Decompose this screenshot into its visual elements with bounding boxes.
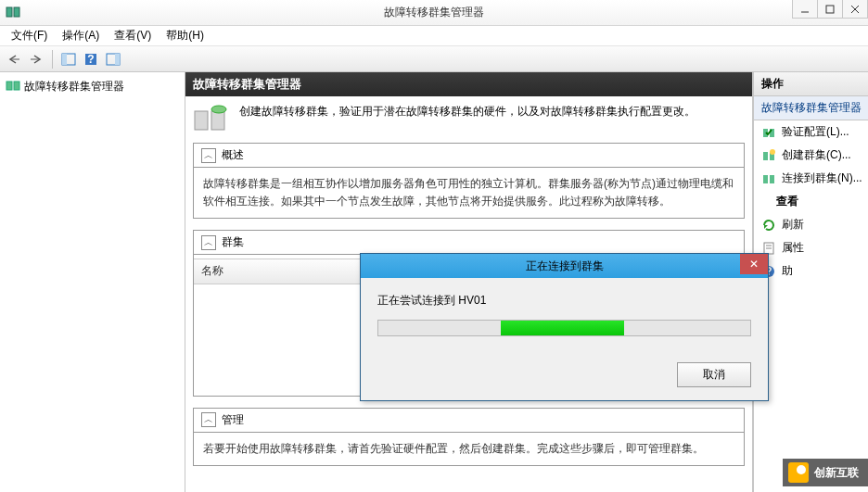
manage-text: 若要开始使用故障转移群集，请首先验证硬件配置，然后创建群集。完成这些步骤后，即可… [194, 433, 744, 465]
connect-cluster-icon [761, 171, 776, 186]
svg-rect-15 [14, 82, 19, 90]
manage-header[interactable]: ︿ 管理 [194, 409, 744, 433]
menu-file[interactable]: 文件(F) [4, 26, 55, 45]
action-create-cluster[interactable]: 创建群集(C)... [754, 144, 868, 167]
close-button[interactable] [842, 0, 868, 19]
show-hide-actions-button[interactable] [103, 49, 123, 69]
actions-pane: 操作 故障转移群集管理器 验证配置(L)... 创建群集(C)... 连接到群集… [752, 72, 868, 492]
create-cluster-icon [761, 148, 776, 163]
overview-group: ︿ 概述 故障转移群集是一组相互协作以增加服务器角色可用性的独立计算机。群集服务… [193, 143, 745, 219]
action-refresh[interactable]: 刷新 [754, 213, 868, 236]
action-validate-config[interactable]: 验证配置(L)... [754, 120, 868, 144]
svg-rect-21 [763, 152, 768, 160]
tree-root-node[interactable]: 故障转移群集管理器 [4, 76, 181, 97]
connecting-dialog: 正在连接到群集 ✕ 正在尝试连接到 HV01 取消 [360, 253, 769, 401]
refresh-icon [761, 218, 776, 233]
show-hide-tree-button[interactable] [58, 49, 79, 69]
dialog-title: 正在连接到群集 [526, 259, 604, 274]
tree-root-label: 故障转移群集管理器 [24, 79, 124, 95]
action-label: 连接到群集(N)... [782, 170, 862, 186]
action-label: 验证配置(L)... [782, 124, 849, 140]
validate-icon [761, 125, 776, 140]
progress-bar [377, 320, 751, 336]
action-label: 创建群集(C)... [782, 147, 851, 163]
svg-point-23 [770, 149, 775, 155]
svg-rect-17 [211, 111, 224, 130]
overview-text: 故障转移群集是一组相互协作以增加服务器角色可用性的独立计算机。群集服务器(称为节… [194, 168, 744, 218]
menu-help[interactable]: 帮助(H) [159, 26, 211, 45]
svg-rect-1 [14, 7, 19, 17]
cancel-button[interactable]: 取消 [677, 362, 751, 387]
maximize-button[interactable] [817, 0, 843, 19]
overview-title: 概述 [222, 147, 244, 163]
intro-row: 创建故障转移群集，验证用于潜在故障转移群集的硬件，以及对故障转移群集执行配置更改… [193, 104, 745, 133]
collapse-icon: ︿ [201, 412, 216, 427]
watermark-logo-icon [788, 462, 809, 483]
action-label: 刷新 [782, 217, 804, 233]
dialog-message: 正在尝试连接到 HV01 [377, 293, 751, 309]
svg-rect-13 [115, 54, 120, 65]
minimize-button[interactable] [792, 0, 818, 19]
window-title: 故障转移群集管理器 [384, 5, 484, 20]
toolbar: ? [0, 46, 868, 72]
dialog-title-bar[interactable]: 正在连接到群集 ✕ [361, 254, 768, 278]
toolbar-separator [52, 50, 53, 69]
svg-rect-0 [6, 7, 12, 17]
collapse-icon: ︿ [201, 148, 216, 163]
action-properties[interactable]: 属性 [754, 236, 868, 259]
action-connect-cluster[interactable]: 连接到群集(N)... [754, 167, 868, 190]
svg-rect-16 [195, 111, 208, 130]
app-icon [6, 5, 20, 19]
action-label: 属性 [782, 240, 804, 256]
collapse-icon: ︿ [201, 235, 216, 250]
center-header: 故障转移群集管理器 [185, 72, 752, 96]
title-bar: 故障转移群集管理器 [0, 0, 868, 26]
dialog-close-button[interactable]: ✕ [740, 254, 768, 274]
svg-rect-3 [826, 6, 834, 13]
watermark-text: 创新互联 [814, 465, 859, 481]
actions-subheader: 故障转移群集管理器 [754, 96, 868, 120]
overview-header[interactable]: ︿ 概述 [194, 144, 744, 168]
server-cluster-icon [193, 104, 230, 133]
forward-button[interactable] [26, 49, 46, 69]
svg-rect-14 [6, 82, 12, 90]
actions-view-header[interactable]: 查看 [754, 190, 868, 213]
action-label: 助 [782, 263, 793, 279]
action-help[interactable]: ? 助 [754, 259, 868, 283]
manage-title: 管理 [222, 412, 244, 428]
clusters-title: 群集 [222, 234, 244, 250]
svg-point-18 [211, 106, 226, 113]
window-controls [793, 0, 868, 19]
progress-indicator [501, 321, 623, 335]
menu-view[interactable]: 查看(V) [107, 26, 159, 45]
svg-rect-9 [62, 54, 67, 65]
clusters-header[interactable]: ︿ 群集 [194, 231, 744, 255]
manage-group: ︿ 管理 若要开始使用故障转移群集，请首先验证硬件配置，然后创建群集。完成这些步… [193, 408, 745, 466]
watermark: 创新互联 [783, 459, 868, 486]
svg-text:?: ? [87, 53, 94, 66]
intro-text: 创建故障转移群集，验证用于潜在故障转移群集的硬件，以及对故障转移群集执行配置更改… [239, 104, 696, 133]
menu-bar: 文件(F) 操作(A) 查看(V) 帮助(H) [0, 26, 868, 46]
actions-header: 操作 [754, 72, 868, 96]
back-button[interactable] [4, 49, 24, 69]
menu-action[interactable]: 操作(A) [55, 26, 107, 45]
tree-pane: 故障转移群集管理器 [0, 72, 185, 492]
svg-rect-24 [763, 175, 768, 183]
svg-rect-25 [770, 175, 774, 183]
cluster-icon [6, 78, 20, 95]
help-button[interactable]: ? [81, 49, 101, 69]
